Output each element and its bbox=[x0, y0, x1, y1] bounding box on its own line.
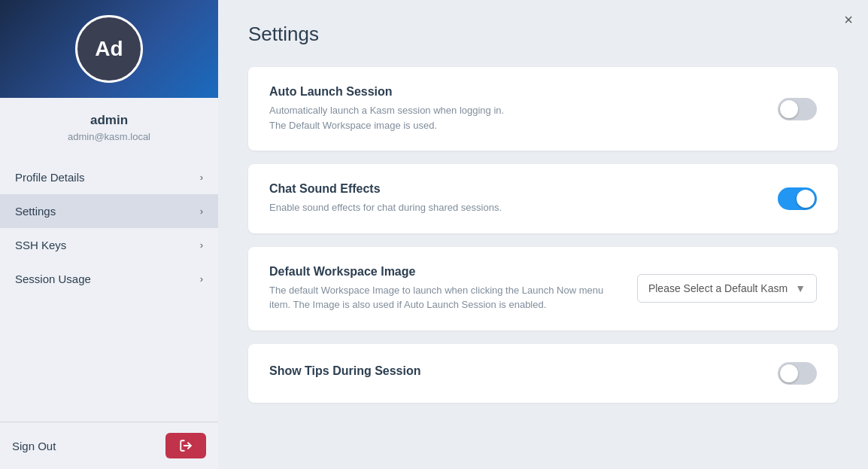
setting-title-show-tips: Show Tips During Session bbox=[269, 364, 755, 378]
setting-desc-auto-launch: Automatically launch a Kasm session when… bbox=[269, 103, 630, 132]
toggle-chat-sound[interactable] bbox=[778, 187, 817, 210]
sign-out-icon bbox=[179, 439, 193, 452]
workspace-image-dropdown[interactable]: Please Select a Default Kasm ▼ bbox=[637, 274, 817, 303]
username-label: admin bbox=[12, 113, 206, 128]
setting-text-chat-sound: Chat Sound Effects Enable sound effects … bbox=[269, 182, 778, 215]
setting-title-workspace: Default Workspace Image bbox=[269, 265, 615, 279]
avatar: Ad bbox=[75, 15, 143, 83]
user-email-label: admin@kasm.local bbox=[12, 131, 206, 142]
close-button[interactable]: × bbox=[844, 12, 853, 27]
setting-title-chat-sound: Chat Sound Effects bbox=[269, 182, 755, 196]
toggle-slider-chat-sound bbox=[778, 187, 817, 210]
toggle-slider-auto-launch bbox=[778, 98, 817, 120]
toggle-show-tips[interactable] bbox=[778, 362, 817, 385]
toggle-auto-launch[interactable] bbox=[778, 98, 817, 120]
toggle-knob-chat-sound bbox=[797, 190, 815, 208]
sidebar-nav: Profile Details › Settings › SSH Keys › … bbox=[0, 150, 218, 422]
sign-out-label: Sign Out bbox=[12, 440, 56, 452]
sidebar: Ad admin admin@kasm.local Profile Detail… bbox=[0, 0, 218, 469]
toggle-slider-show-tips bbox=[778, 362, 817, 385]
chevron-right-icon-session: › bbox=[200, 273, 203, 285]
sidebar-item-profile-details[interactable]: Profile Details › bbox=[0, 160, 218, 194]
user-info: admin admin@kasm.local bbox=[0, 98, 218, 150]
setting-text-show-tips: Show Tips During Session bbox=[269, 364, 778, 382]
sidebar-item-settings[interactable]: Settings › bbox=[0, 194, 218, 228]
setting-card-workspace-image: Default Workspace Image The default Work… bbox=[248, 247, 838, 330]
sidebar-item-label-profile-details: Profile Details bbox=[15, 171, 85, 184]
chevron-right-icon-settings: › bbox=[200, 206, 203, 217]
setting-card-chat-sound: Chat Sound Effects Enable sound effects … bbox=[248, 164, 838, 233]
sidebar-item-session-usage[interactable]: Session Usage › bbox=[0, 262, 218, 296]
sidebar-item-label-settings: Settings bbox=[15, 205, 56, 218]
sign-out-button[interactable] bbox=[165, 433, 206, 458]
toggle-knob-show-tips bbox=[780, 364, 798, 382]
setting-desc-chat-sound: Enable sound effects for chat during sha… bbox=[269, 200, 630, 215]
sidebar-item-label-session-usage: Session Usage bbox=[15, 273, 91, 285]
chevron-right-icon-ssh: › bbox=[200, 239, 203, 251]
setting-card-auto-launch-session: Auto Launch Session Automatically launch… bbox=[248, 67, 838, 151]
main-content: × Settings Auto Launch Session Automatic… bbox=[218, 0, 868, 469]
chevron-down-icon-workspace: ▼ bbox=[795, 282, 806, 294]
setting-text-workspace: Default Workspace Image The default Work… bbox=[269, 265, 637, 312]
sidebar-footer: Sign Out bbox=[0, 422, 218, 469]
toggle-knob-auto-launch bbox=[780, 100, 798, 118]
setting-title-auto-launch: Auto Launch Session bbox=[269, 85, 755, 99]
setting-text-auto-launch: Auto Launch Session Automatically launch… bbox=[269, 85, 778, 132]
chevron-right-icon-profile: › bbox=[200, 172, 203, 183]
dropdown-value-workspace: Please Select a Default Kasm bbox=[648, 282, 788, 294]
setting-card-show-tips: Show Tips During Session bbox=[248, 344, 838, 403]
sidebar-item-label-ssh-keys: SSH Keys bbox=[15, 239, 66, 251]
sidebar-item-ssh-keys[interactable]: SSH Keys › bbox=[0, 228, 218, 262]
setting-desc-workspace: The default Workspace Image to launch wh… bbox=[269, 283, 615, 312]
page-title: Settings bbox=[248, 23, 838, 46]
sidebar-header: Ad bbox=[0, 0, 218, 98]
